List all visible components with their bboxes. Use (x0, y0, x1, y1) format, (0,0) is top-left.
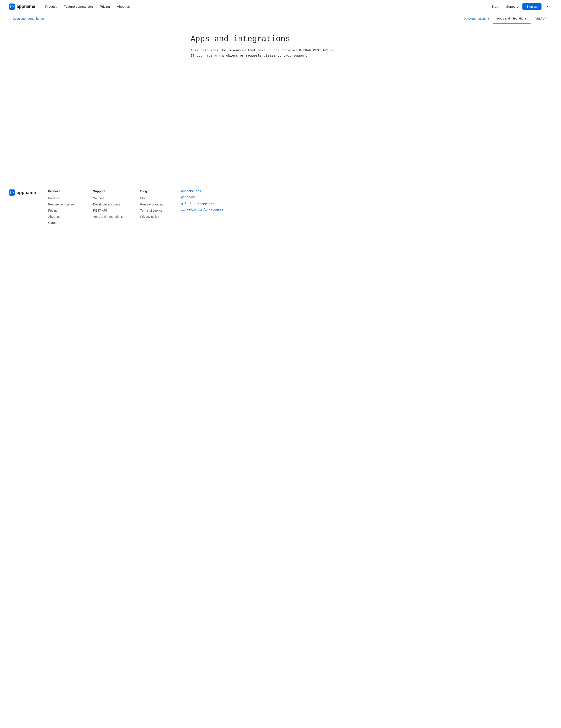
nav-links: Product Feature comparison Pricing About… (42, 3, 488, 10)
footer-link-about-us[interactable]: About us (48, 215, 76, 218)
nav-blog[interactable]: Blog (489, 3, 501, 10)
footer-link-apps-integrations[interactable]: Apps and integrations (93, 215, 123, 218)
footer-link-support[interactable]: Support (93, 196, 123, 200)
footer-col-blog: Blog Blog Press + branding Terms of serv… (140, 189, 164, 225)
footer-link-blog[interactable]: Blog (140, 196, 164, 200)
subnav-developer-portal-home[interactable]: Developer portal home (9, 13, 48, 24)
nav-pricing[interactable]: Pricing (97, 3, 113, 10)
footer-link-github[interactable]: github.com/appname (181, 202, 223, 205)
subnav-rest-api[interactable]: REST API (531, 13, 552, 24)
footer-col-social: appname.com @appname github.com/appname … (181, 189, 223, 225)
footer-logo-icon (9, 189, 15, 196)
footer-logo-text: appname (9, 189, 48, 196)
footer-link-twitter[interactable]: @appname (181, 196, 223, 199)
top-navigation: appname Product Feature comparison Prici… (0, 0, 561, 13)
main-content: Apps and integrations This describes the… (182, 24, 379, 179)
subnav-developer-account[interactable]: Developer account (459, 13, 493, 24)
footer-link-website[interactable]: appname.com (181, 189, 223, 193)
footer: appname Product Product Feature comparis… (0, 179, 561, 235)
footer-link-rest-api[interactable]: REST API (93, 209, 123, 212)
nav-product[interactable]: Product (42, 3, 60, 10)
page-title: Apps and integrations (191, 35, 370, 44)
footer-col-blog-title: Blog (140, 189, 164, 193)
nav-feature-comparison[interactable]: Feature comparison (61, 3, 96, 10)
footer-link-press-branding[interactable]: Press + branding (140, 203, 164, 206)
logo-text: appname (17, 4, 35, 9)
footer-link-developer-accounts[interactable]: Developer accounts (93, 203, 123, 206)
footer-col-product-title: Product (48, 189, 76, 193)
footer-link-pricing[interactable]: Pricing (48, 209, 76, 212)
footer-link-feature-comparison[interactable]: Feature comparison (48, 203, 76, 206)
nav-support[interactable]: Support (503, 3, 521, 10)
signup-button[interactable]: Sign up (522, 3, 541, 10)
subnav-apps-integrations[interactable]: Apps and integrations (493, 13, 531, 24)
footer-link-terms[interactable]: Terms of service (140, 209, 164, 212)
page-description-line1: This describes the resources that make u… (191, 48, 370, 53)
content-spacer (191, 59, 370, 168)
footer-link-product[interactable]: Product (48, 196, 76, 200)
footer-columns: Product Product Feature comparison Prici… (48, 189, 552, 225)
footer-logo: appname (9, 189, 48, 225)
more-button[interactable]: ··· (543, 3, 552, 10)
footer-col-support: Support Support Developer accounts REST … (93, 189, 123, 225)
logo[interactable]: appname (9, 4, 35, 10)
footer-col-support-title: Support (93, 189, 123, 193)
footer-col-product: Product Product Feature comparison Prici… (48, 189, 76, 225)
sub-navigation: Developer portal home Developer account … (0, 13, 561, 24)
footer-link-linkedin[interactable]: linkedin.com/in/appname (181, 208, 223, 211)
footer-link-privacy[interactable]: Privacy policy (140, 215, 164, 218)
page-description-line2: If you have any problems or requests ple… (191, 53, 370, 59)
nav-right: Blog Support Sign up ··· (489, 3, 552, 10)
nav-about-us[interactable]: About us (114, 3, 133, 10)
logo-icon (9, 4, 15, 10)
footer-link-careers[interactable]: Careers (48, 221, 76, 225)
